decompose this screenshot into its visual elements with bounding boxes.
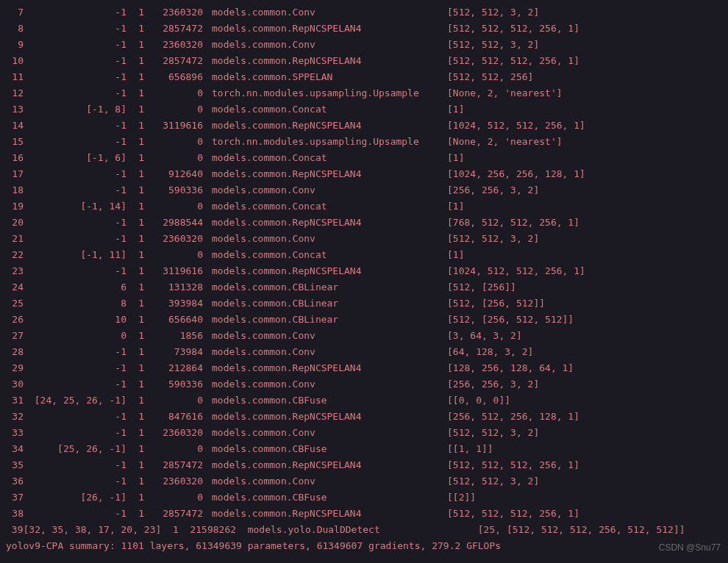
col-params: 2360320	[144, 473, 203, 490]
col-module: models.common.RepNCSPELAN4	[212, 53, 432, 69]
col-args: [1]	[447, 198, 464, 215]
col-params: 656896	[144, 69, 203, 85]
col-n: 1	[126, 295, 144, 312]
col-n: 1	[126, 215, 144, 231]
col-idx: 30	[6, 376, 24, 392]
col-module: models.common.SPPELAN	[212, 69, 432, 85]
col-idx: 28	[6, 344, 24, 360]
col-module: models.common.CBLinear	[212, 312, 432, 328]
model-layer-row: 8-112857472models.common.RepNCSPELAN4[51…	[6, 21, 722, 37]
model-layer-row: 34[25, 26, -1]10models.common.CBFuse[[1,…	[6, 441, 722, 457]
col-n: 1	[126, 279, 144, 295]
model-layer-row: 36-112360320models.common.Conv[512, 512,…	[6, 473, 722, 490]
col-idx: 8	[6, 21, 24, 37]
model-layer-row: 7-112360320models.common.Conv[512, 512, …	[6, 4, 722, 21]
col-from: [-1, 11]	[24, 247, 126, 263]
col-from: 6	[24, 279, 126, 295]
col-params: 0	[144, 392, 203, 409]
col-args: [512, 512, 3, 2]	[447, 37, 539, 53]
col-idx: 25	[6, 295, 24, 312]
model-layer-row: 37[26, -1]10models.common.CBFuse[[2]]	[6, 490, 722, 506]
col-params: 0	[144, 150, 203, 166]
col-args: [512, 512, 3, 2]	[447, 4, 539, 21]
col-args: [64, 128, 3, 2]	[447, 344, 533, 360]
col-n: 1	[126, 134, 144, 150]
col-from: 8	[24, 295, 126, 312]
model-layer-row: 33-112360320models.common.Conv[512, 512,…	[6, 425, 722, 441]
model-layer-row-final: 39[32, 35, 38, 17, 20, 23] 1 21598262 mo…	[6, 522, 722, 538]
col-params: 912640	[144, 166, 203, 182]
col-module: models.common.RepNCSPELAN4	[212, 409, 432, 425]
col-from: -1	[24, 376, 126, 392]
col-from: -1	[24, 344, 126, 360]
col-args: [512, 512, 512, 256, 1]	[447, 457, 579, 473]
col-from: [-1, 6]	[24, 150, 126, 166]
model-layer-row: 17-11912640models.common.RepNCSPELAN4[10…	[6, 166, 722, 182]
terminal-output: 7-112360320models.common.Conv[512, 512, …	[0, 0, 728, 554]
col-module: models.common.Conv	[212, 344, 432, 360]
col-module: models.common.RepNCSPELAN4	[212, 457, 432, 473]
col-n: 1	[126, 166, 144, 182]
col-from: -1	[24, 21, 126, 37]
col-idx: 18	[6, 182, 24, 198]
col-params: 2360320	[144, 231, 203, 247]
model-layer-row: 9-112360320models.common.Conv[512, 512, …	[6, 37, 722, 53]
col-module: models.common.CBFuse	[212, 441, 432, 457]
col-idx: 12	[6, 85, 24, 101]
col-n: 1	[126, 53, 144, 69]
col-idx: 15	[6, 134, 24, 150]
col-n: 1	[126, 392, 144, 409]
col-params: 2360320	[144, 37, 203, 53]
col-n: 1	[126, 69, 144, 85]
col-n: 1	[126, 473, 144, 490]
col-module: models.common.Conv	[212, 4, 432, 21]
model-layer-row: 12-110torch.nn.modules.upsampling.Upsamp…	[6, 85, 722, 101]
col-n: 1	[126, 118, 144, 134]
col-idx: 32	[6, 409, 24, 425]
col-from: -1	[24, 425, 126, 441]
col-from: -1	[24, 506, 126, 522]
col-module: models.common.RepNCSPELAN4	[212, 263, 432, 279]
col-module: torch.nn.modules.upsampling.Upsample	[212, 134, 432, 150]
col-params: 393984	[144, 295, 203, 312]
col-idx: 21	[6, 231, 24, 247]
col-idx: 26	[6, 312, 24, 328]
col-module: models.common.Concat	[212, 150, 432, 166]
col-n: 1	[126, 344, 144, 360]
col-idx: 9	[6, 37, 24, 53]
col-params: 131328	[144, 279, 203, 295]
model-layer-row: 38-112857472models.common.RepNCSPELAN4[5…	[6, 506, 722, 522]
col-n: 1	[126, 457, 144, 473]
col-module: models.common.Concat	[212, 247, 432, 263]
col-n: 1	[126, 182, 144, 198]
col-params: 3119616	[144, 263, 203, 279]
col-idx: 16	[6, 150, 24, 166]
model-layer-row: 29-11212864models.common.RepNCSPELAN4[12…	[6, 360, 722, 376]
col-args: [512, 512, 3, 2]	[447, 473, 539, 490]
model-layer-row: 10-112857472models.common.RepNCSPELAN4[5…	[6, 53, 722, 69]
col-n: 1	[126, 37, 144, 53]
col-from: -1	[24, 166, 126, 182]
col-idx: 37	[6, 490, 24, 506]
col-module: models.common.Conv	[212, 376, 432, 392]
col-params: 590336	[144, 376, 203, 392]
col-module: models.common.RepNCSPELAN4	[212, 360, 432, 376]
model-layer-row: 13[-1, 8]10models.common.Concat[1]	[6, 101, 722, 118]
col-params: 0	[144, 101, 203, 118]
col-n: 1	[126, 328, 144, 344]
col-args: [[2]]	[447, 490, 476, 506]
col-params: 0	[144, 247, 203, 263]
model-layer-row: 18-11590336models.common.Conv[256, 256, …	[6, 182, 722, 198]
col-args: [512, [256, 512, 512]]	[447, 312, 574, 328]
col-idx: 27	[6, 328, 24, 344]
col-args: [1024, 512, 512, 256, 1]	[447, 118, 585, 134]
col-args: [1]	[447, 150, 464, 166]
col-from: -1	[24, 118, 126, 134]
col-args: [512, 512, 512, 256, 1]	[447, 506, 579, 522]
col-module: models.common.RepNCSPELAN4	[212, 506, 432, 522]
col-args: [256, 256, 3, 2]	[447, 182, 539, 198]
col-from: [-1, 8]	[24, 101, 126, 118]
col-args: [512, [256]]	[447, 279, 516, 295]
col-params: 2857472	[144, 53, 203, 69]
model-layer-row: 27011856models.common.Conv[3, 64, 3, 2]	[6, 328, 722, 344]
